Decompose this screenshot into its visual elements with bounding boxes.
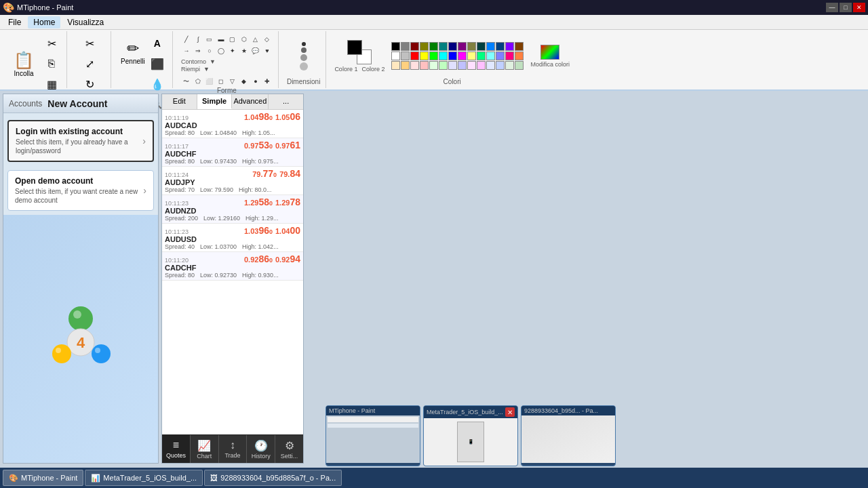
quote-audjpy[interactable]: 10:11:24 AUDJPY 79.770 79.84 Spread: 70: [162, 167, 303, 195]
minimize-button[interactable]: —: [826, 3, 838, 12]
nav-quotes[interactable]: ≡ Quotes: [162, 435, 191, 463]
tab-more[interactable]: ...: [269, 94, 303, 109]
preview-paint[interactable]: MTiphone - Paint: [326, 405, 420, 466]
nav-trade[interactable]: ↕ Trade: [219, 435, 248, 463]
ellipse2-tool[interactable]: ●: [250, 76, 261, 87]
swatch-blue2[interactable]: [448, 52, 457, 60]
triangle-tool[interactable]: △: [250, 34, 261, 45]
swatch-mauve[interactable]: [477, 61, 486, 70]
menu-file[interactable]: File: [3, 16, 26, 28]
swatch-teal[interactable]: [439, 42, 448, 51]
preview-screenshot[interactable]: 9288933604_b95d... - Pa...: [521, 405, 616, 466]
swatch-lavender[interactable]: [448, 61, 457, 70]
swatch-silver[interactable]: [401, 52, 410, 60]
menu-home[interactable]: Home: [28, 16, 60, 28]
taskbar-paint[interactable]: 🎨 MTiphone - Paint: [3, 470, 83, 486]
nav-chart[interactable]: 📈 Chart: [191, 435, 219, 463]
modify-colors-button[interactable]: Modifica colori: [530, 45, 570, 68]
swatch-sage[interactable]: [515, 61, 524, 70]
existing-account-option[interactable]: Login with existing account Select this …: [7, 120, 154, 162]
resize-button[interactable]: ⤢: [81, 54, 100, 73]
swatch-lime[interactable]: [429, 52, 438, 60]
swatch-darkblue[interactable]: [496, 42, 505, 51]
rotate-button[interactable]: ↻: [81, 75, 100, 94]
copy-button[interactable]: ⎘: [42, 54, 61, 73]
paste-button[interactable]: 📋 Incolla: [7, 43, 41, 84]
swatch-red[interactable]: [410, 52, 419, 60]
polygon2-tool[interactable]: ⬠: [193, 76, 203, 87]
pencil-button[interactable]: ✏ Pennelli: [119, 34, 146, 71]
swatch-brown[interactable]: [515, 42, 524, 51]
freeform-tool[interactable]: 〜: [181, 76, 192, 87]
crop-button[interactable]: ✂: [81, 34, 100, 53]
swatch-mint[interactable]: [439, 61, 448, 70]
swatch-white[interactable]: [391, 52, 400, 60]
curve-tool[interactable]: ∫: [193, 34, 203, 45]
swatch-darkyellow[interactable]: [467, 42, 476, 51]
swatch-lightblue[interactable]: [496, 52, 505, 60]
accounts-tab[interactable]: Accounts: [9, 99, 42, 108]
rect2-tool[interactable]: ⬜: [204, 76, 215, 87]
quote-audusd[interactable]: 10:11:23 AUDUSD 1.03960 1.0400 Spread: 4…: [162, 224, 303, 252]
text-button[interactable]: A: [148, 34, 167, 53]
swatch-blue[interactable]: [486, 42, 495, 51]
star5-tool[interactable]: ★: [239, 45, 250, 56]
swatch-cyan[interactable]: [439, 52, 448, 60]
rect-tool[interactable]: ▭: [204, 34, 215, 45]
swatch-violet[interactable]: [505, 42, 514, 51]
tab-edit[interactable]: Edit: [162, 94, 197, 109]
swatch-magenta[interactable]: [458, 52, 467, 60]
swatch-lightcyan[interactable]: [486, 52, 495, 60]
swatch-springgreen[interactable]: [477, 52, 486, 60]
swatch-periwinkle[interactable]: [496, 61, 505, 70]
swatch-pink[interactable]: [420, 61, 429, 70]
cut-button[interactable]: ✂: [42, 34, 61, 53]
swatch-lightmint[interactable]: [505, 61, 514, 70]
quote-cadchf[interactable]: 10:11:20 CADCHF 0.92860 0.9294 Spread: 8…: [162, 252, 303, 281]
eyedropper-button[interactable]: 💧: [148, 75, 167, 94]
circle-tool[interactable]: ○: [204, 45, 215, 56]
arrow-tool[interactable]: →: [181, 45, 192, 56]
swatch-lightyellow[interactable]: [467, 52, 476, 60]
color1-swatch[interactable]: [347, 40, 362, 55]
rounded2-tool[interactable]: ◻: [216, 76, 226, 87]
swatch-peach[interactable]: [391, 61, 400, 70]
nav-settings[interactable]: ⚙ Setti...: [275, 435, 303, 463]
swatch-yellow[interactable]: [420, 52, 429, 60]
diamond2-tool[interactable]: ◆: [239, 76, 250, 87]
menu-view[interactable]: Visualizza: [62, 16, 109, 28]
rounded-tool[interactable]: ▢: [227, 34, 238, 45]
swatch-olive[interactable]: [420, 42, 429, 51]
star4-tool[interactable]: ✦: [227, 45, 238, 56]
swatch-hotpink[interactable]: [505, 52, 514, 60]
swatch-purple[interactable]: [458, 42, 467, 51]
swatch-gray[interactable]: [401, 42, 410, 51]
swatch-lightperiwinkle[interactable]: [486, 61, 495, 70]
polygon-tool[interactable]: ⬡: [239, 34, 250, 45]
callout-tool[interactable]: 💬: [250, 45, 261, 56]
nav-history[interactable]: 🕐 History: [247, 435, 275, 463]
swatch-lightpink[interactable]: [410, 61, 419, 70]
line-tool[interactable]: ╱: [181, 34, 192, 45]
quote-audchf[interactable]: 10:11:17 AUDCHF 0.97530 0.9761 Spread: 8…: [162, 138, 303, 167]
swatch-lightviolet[interactable]: [458, 61, 467, 70]
swatch-orange[interactable]: [515, 52, 524, 60]
preview-metatrader[interactable]: MetaTrader_5_iOS_build_... ✕ 📱: [423, 405, 518, 466]
swatch-green[interactable]: [429, 42, 438, 51]
arrow2-tool[interactable]: ⇒: [193, 45, 203, 56]
ellipse-tool[interactable]: ◯: [216, 45, 226, 56]
swatch-navy[interactable]: [448, 42, 457, 51]
taskbar-metatrader[interactable]: 📊 MetaTrader_5_iOS_build_...: [85, 470, 203, 486]
heart-tool[interactable]: ♥: [262, 45, 273, 56]
select-button[interactable]: ▦: [42, 75, 61, 94]
cross-tool[interactable]: ✚: [262, 76, 273, 87]
tab-advanced[interactable]: Advanced: [232, 94, 269, 109]
diamond-tool[interactable]: ◇: [262, 34, 273, 45]
taskbar-screenshot[interactable]: 🖼 9288933604_b95d885a7f_o - Pa...: [204, 470, 342, 486]
tab-simple[interactable]: Simple: [197, 94, 233, 109]
maximize-button[interactable]: □: [840, 3, 852, 12]
triangle2-tool[interactable]: ▽: [227, 76, 238, 87]
close-button[interactable]: ✕: [853, 3, 865, 12]
fill-button[interactable]: ⬛: [148, 54, 167, 73]
demo-account-option[interactable]: Open demo account Select this item, if y…: [7, 170, 154, 211]
